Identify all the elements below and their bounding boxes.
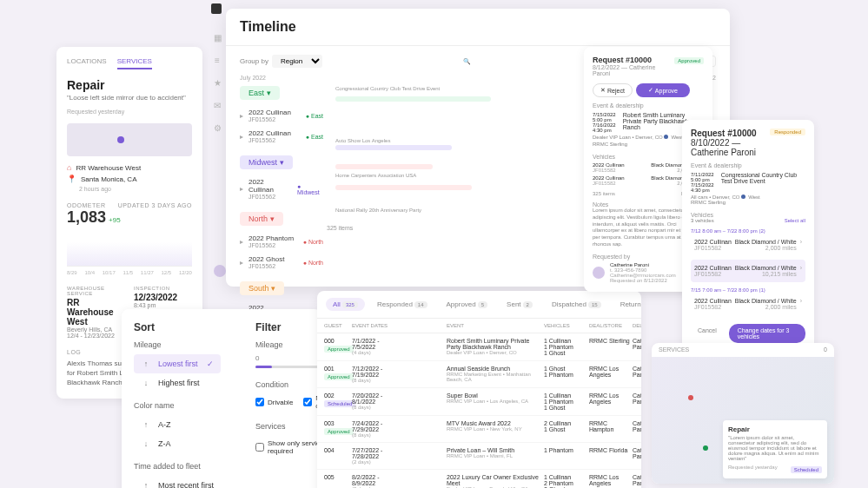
region-tag: ● East <box>302 112 327 120</box>
select-all[interactable]: Select all <box>785 218 805 223</box>
region-tag: ● North <box>300 259 327 267</box>
table-row[interactable]: 001Approved 7/12/2022 - 7/19/2022(8 days… <box>317 361 641 388</box>
reqcard-title: Request #10000 <box>593 56 674 64</box>
tab-responded[interactable]: Responded14 <box>370 298 434 311</box>
vehicle-row[interactable]: ▸2022 GhostJF015562● North <box>240 252 327 273</box>
region-east[interactable]: East ▾ <box>240 86 280 100</box>
inspection-label: INSPECTION <box>134 286 192 291</box>
group-by-label: Group by <box>240 57 268 65</box>
region-tag: ● Midwest <box>294 182 327 196</box>
tab-services[interactable]: SERVICES <box>117 57 152 69</box>
requests-table: All325 Responded14 Approved5 Sent2 Dispa… <box>317 291 641 488</box>
map-pin-icon <box>117 136 124 143</box>
region-south[interactable]: South ▾ <box>240 281 284 295</box>
vehicle-option[interactable]: 2022 CullinanJF015582Black Diamond / Whi… <box>691 260 805 282</box>
tab-returned[interactable]: Returned0 <box>613 298 641 311</box>
chevron-right-icon: › <box>800 298 802 310</box>
reject-button[interactable]: ✕ Reject <box>593 83 633 97</box>
tab-approved[interactable]: Approved5 <box>440 298 495 311</box>
table-row[interactable]: 003Approved 7/24/2022 - 7/29/2022(8 days… <box>317 416 641 443</box>
region-tag: ● East <box>302 133 327 141</box>
search-icon: 🔍 <box>463 58 471 65</box>
gantt-event: National Rally 20th Anniversary Party <box>335 208 421 213</box>
nav-star-icon[interactable]: ★ <box>211 76 223 89</box>
gantt-bar[interactable] <box>335 164 433 169</box>
table-row[interactable]: 004 7/27/2022 - 7/28/2022(2 days) Privat… <box>317 443 641 470</box>
arrow-up-icon: ↑ <box>141 359 151 368</box>
gantt-event: Home Carpenters Association USA <box>335 173 416 178</box>
location-row[interactable]: ⌂RR Warehouse West <box>67 163 192 172</box>
vehicle-row[interactable]: ▸2022 CullinanJF015562● Midwest <box>240 175 327 203</box>
pin-icon: 📍 <box>67 175 76 183</box>
sort-mileage-highest[interactable]: ↓Highest first <box>134 373 221 392</box>
chevron-right-icon: › <box>800 239 802 251</box>
map-tab[interactable]: SERVICES <box>659 346 689 353</box>
sort-time-recent[interactable]: ↑Most recent first <box>134 476 221 488</box>
repair-title: Repair <box>67 78 192 92</box>
reqcard2-title: Request #10000 <box>691 129 770 138</box>
nav-grid-icon[interactable]: ▦ <box>211 31 223 43</box>
map-pin-icon[interactable] <box>703 445 708 451</box>
change-dates-button[interactable]: Change dates for 3 vehicles <box>729 324 805 343</box>
odo-value: 1,083 <box>67 208 106 227</box>
region-midwest[interactable]: Midwest ▾ <box>240 155 293 169</box>
tab-all[interactable]: All325 <box>326 298 365 311</box>
timeline-title: Timeline <box>240 19 716 35</box>
table-row[interactable]: 005 8/2/2022 - 8/9/2022(8 days) 2022 Lux… <box>317 470 641 488</box>
vehicle-row[interactable]: ▸2022 CullinanJF015562● East <box>240 126 327 147</box>
nav-list-icon[interactable]: ≡ <box>211 54 223 66</box>
brand-logo <box>211 3 222 14</box>
warehouse-label: WAREHOUSE SERVICE <box>67 286 125 296</box>
gantt-event: Congressional Country Club Test Drive Ev… <box>335 86 440 91</box>
table-row[interactable]: 002Scheduled 7/20/2022 - 8/1/2022(8 days… <box>317 388 641 416</box>
vehicle-row[interactable]: ▸2022 PhantomJF015562● North <box>240 231 327 252</box>
vehicle-row[interactable]: ▸2022 CullinanJF015562● East <box>240 105 327 126</box>
sort-color-az[interactable]: ↑A-Z <box>134 415 221 434</box>
nav-gear-icon[interactable]: ⚙ <box>211 122 223 134</box>
nav-mail-icon[interactable]: ✉ <box>211 99 223 111</box>
gantt-event: Auto Show Los Angeles <box>335 138 390 143</box>
status-badge: Responded <box>770 129 805 135</box>
warehouse-name: RR Warehouse West <box>67 298 125 326</box>
chevron-right-icon: › <box>800 265 802 277</box>
table-header: GUEST EVENT DATES EVENT VEHICLES DEAL/ST… <box>317 319 641 333</box>
map-widget: SERVICES0 Repair "Lorem ipsum dolor sit … <box>652 343 834 484</box>
inspection-date: 12/23/2022 <box>134 293 192 302</box>
repair-meta: Requested yesterday <box>67 109 192 115</box>
region-north[interactable]: North ▾ <box>240 212 283 226</box>
sort-filter-panel: Sort Mileage ↑Lowest first✓ ↓Highest fir… <box>122 309 321 488</box>
table-row[interactable]: 000Approved 7/1/2022 - 7/5/2022(4 days) … <box>317 333 641 361</box>
gantt-bar[interactable] <box>335 145 452 150</box>
arrow-up-icon: ↑ <box>141 420 151 429</box>
icon-nav: ▦ ≡ ★ ✉ ⚙ <box>211 31 223 134</box>
arrow-up-icon: ↑ <box>141 481 151 488</box>
sort-title: Sort <box>134 321 221 333</box>
gantt-bar[interactable] <box>335 96 491 102</box>
avatar[interactable] <box>214 265 226 277</box>
tab-locations[interactable]: LOCATIONS <box>67 57 107 69</box>
vehicle-option[interactable]: 2022 CullinanJF015582Black Diamond / Whi… <box>691 234 805 256</box>
location-row[interactable]: 📍Santa Monica, CA <box>67 175 192 183</box>
garage-icon: ⌂ <box>67 163 71 172</box>
sort-color-za[interactable]: ↓Z-A <box>134 434 221 453</box>
cancel-button[interactable]: Cancel <box>691 324 724 343</box>
odo-updated: Updated 3 days ago <box>118 202 192 208</box>
odo-delta: +95 <box>109 216 121 224</box>
map-pin-icon[interactable] <box>688 395 693 400</box>
arrow-down-icon: ↓ <box>141 379 151 387</box>
request-card-expanded: Request #100008/10/2022 — Catherine Paro… <box>682 120 814 352</box>
check-icon: ✓ <box>207 359 214 368</box>
tab-dispatched[interactable]: Dispatched15 <box>545 298 608 311</box>
drivable-checkbox[interactable]: Drivable <box>255 394 293 410</box>
tab-sent[interactable]: Sent2 <box>500 298 540 311</box>
gantt-bar[interactable] <box>335 185 472 190</box>
sort-mileage-label: Mileage <box>134 340 221 349</box>
log-label: LOG <box>67 349 81 355</box>
odometer-chart <box>67 232 192 267</box>
mini-map[interactable] <box>67 123 192 156</box>
group-by-select[interactable]: Region <box>272 55 322 68</box>
approve-button[interactable]: ✓ Approve <box>636 83 690 97</box>
vehicle-option[interactable]: 2022 CullinanJF015582Black Diamond / Whi… <box>691 293 805 315</box>
filter-mileage-label: Mileage <box>255 340 283 349</box>
sort-mileage-lowest[interactable]: ↑Lowest first✓ <box>134 354 221 373</box>
